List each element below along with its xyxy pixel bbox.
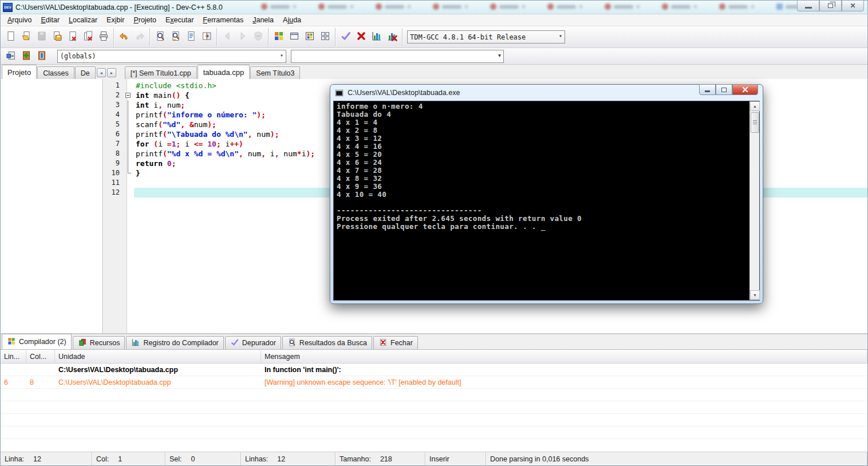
redo-button[interactable]	[132, 29, 147, 45]
fold-collapse-icon[interactable]	[125, 93, 131, 98]
bottom-tab[interactable]: Fechar	[373, 336, 418, 349]
forward-button[interactable]	[235, 29, 250, 45]
delete-profiling-button[interactable]	[384, 29, 400, 45]
bottom-tab-label: Resultados da Busca	[299, 339, 367, 347]
tabs-scroll-left-button[interactable]: ◂	[97, 68, 106, 77]
editor-tab[interactable]: tabuada.cpp	[198, 65, 250, 79]
console-close-button[interactable]	[732, 84, 758, 95]
table-row[interactable]: C:\Users\VAL\Desktop\tabuada.cppIn funct…	[1, 364, 867, 376]
class-browser-toolbar: (globals) ▾ ▾	[1, 48, 867, 65]
bottom-tab[interactable]: Depurador	[225, 336, 281, 349]
titlebar[interactable]: DEV C:\Users\VAL\Desktop\tabuada.cpp - […	[1, 1, 867, 14]
bottom-tab[interactable]: Resultados da Busca	[282, 336, 372, 349]
fold-margin[interactable]	[123, 90, 134, 100]
project-panel[interactable]	[1, 79, 103, 333]
goto-declaration-button[interactable]	[3, 49, 18, 64]
globals-select[interactable]: (globals) ▾	[57, 50, 286, 63]
console-minimize-button[interactable]	[699, 84, 716, 95]
column-header[interactable]: Unidade	[55, 350, 261, 363]
editor-tab[interactable]: Sem Título3	[250, 66, 300, 79]
blurred-close	[637, 5, 640, 8]
maximize-icon	[721, 88, 727, 92]
new-file-button[interactable]	[3, 29, 18, 45]
save-button[interactable]	[34, 29, 49, 45]
column-header[interactable]: Mensagem	[261, 350, 867, 363]
abort-syntax-check-button[interactable]	[250, 29, 266, 45]
column-header[interactable]: Col...	[26, 350, 55, 363]
redo-icon	[134, 30, 145, 44]
bottom-tab-label: Depurador	[242, 339, 276, 347]
compiler-select[interactable]: TDM-GCC 4.8.1 64-bit Release ▾	[407, 30, 565, 44]
chevron-down-icon: ▾	[280, 52, 283, 58]
blurred-dot	[547, 3, 554, 10]
restore-button[interactable]	[819, 1, 842, 11]
column-header[interactable]: Lin...	[1, 350, 26, 363]
scroll-down-button[interactable]: ▼	[750, 290, 760, 300]
scrollbar-thumb[interactable]	[751, 112, 759, 133]
compiler-select-value: TDM-GCC 4.8.1 64-bit Release	[410, 33, 526, 41]
close-file-button[interactable]	[65, 29, 80, 45]
main-toolbar: TDM-GCC 4.8.1 64-bit Release ▾	[1, 26, 867, 48]
save-as-button[interactable]	[49, 29, 65, 45]
blurred-close	[350, 5, 353, 8]
menu-arquivo[interactable]: Arquivo	[3, 15, 36, 25]
panel-tab-projeto[interactable]: Projeto	[2, 65, 37, 79]
status-label: Linhas:	[245, 455, 268, 463]
fold-margin	[123, 81, 134, 90]
line-number: 10	[106, 168, 123, 178]
bottom-tab[interactable]: Compilador (2)	[2, 334, 72, 349]
status-label: Linha:	[5, 455, 24, 463]
stop-execution-button[interactable]	[353, 29, 369, 45]
swap-header-source-button[interactable]	[199, 29, 214, 45]
minimize-button[interactable]	[797, 1, 819, 11]
menu-janela[interactable]: Janela	[248, 15, 278, 25]
find-button[interactable]	[152, 29, 168, 45]
rebuild-all-button[interactable]	[317, 29, 333, 45]
debug-button[interactable]	[338, 29, 353, 45]
blurred-text	[671, 5, 691, 9]
console-titlebar[interactable]: C:\Users\VAL\Desktop\tabuada.exe	[330, 85, 763, 101]
panel-tab-de[interactable]: De	[75, 66, 96, 79]
console-window[interactable]: C:\Users\VAL\Desktop\tabuada.exe informe…	[330, 84, 763, 304]
goto-function-button[interactable]	[183, 29, 199, 45]
bottom-tab[interactable]: Registro do Compilador	[126, 336, 223, 349]
editor-tab[interactable]: [*] Sem Título1.cpp	[125, 66, 197, 79]
status-bar: Linha:12Col:1Sel:0Linhas:12Tamanho:218In…	[1, 452, 867, 465]
menu-editar[interactable]: Editar	[36, 15, 64, 25]
menu-executar[interactable]: Executar	[161, 15, 198, 25]
run-button[interactable]	[286, 29, 302, 45]
table-row[interactable]: 68C:\Users\VAL\Desktop\tabuada.cpp[Warni…	[1, 376, 867, 389]
menu-localizar[interactable]: Localizar	[64, 15, 102, 25]
back-button[interactable]	[219, 29, 235, 45]
close-button[interactable]: ✕	[842, 1, 864, 11]
blurred-close	[522, 5, 525, 8]
menu-ajuda[interactable]: Ajuda	[278, 15, 306, 25]
replace-button[interactable]	[168, 29, 183, 45]
tabs-scroll-right-button[interactable]: ▸	[107, 68, 116, 77]
undo-button[interactable]	[116, 29, 132, 45]
members-select[interactable]: ▾	[291, 50, 504, 63]
open-file-button[interactable]	[18, 29, 34, 45]
globals-select-value: (globals)	[60, 52, 96, 60]
scroll-up-button[interactable]: ▲	[750, 101, 760, 111]
bottom-panel: Compilador (2)RecursosRegistro do Compil…	[1, 333, 867, 452]
fold-line	[128, 120, 128, 129]
panel-tab-classes[interactable]: Classes	[37, 66, 74, 79]
console-maximize-button[interactable]	[716, 84, 732, 95]
profile-button[interactable]	[369, 29, 384, 45]
close-all-button[interactable]	[80, 29, 96, 45]
add-bookmark-icon	[21, 50, 32, 63]
add-bookmark-button[interactable]	[18, 49, 34, 64]
print-button[interactable]	[96, 29, 111, 45]
toolbar-group	[217, 28, 269, 46]
line-number: 1	[106, 81, 123, 90]
menu-ferramentas[interactable]: Ferramentas	[198, 15, 248, 25]
compile-button[interactable]	[271, 29, 286, 45]
compile-run-button[interactable]	[302, 29, 317, 45]
menu-projeto[interactable]: Projeto	[129, 15, 161, 25]
menu-exibir[interactable]: Exibir	[102, 15, 129, 25]
bottom-tab[interactable]: Recursos	[73, 336, 125, 349]
console-scrollbar[interactable]: ▲ ▼	[749, 101, 759, 300]
toggle-bookmark-button[interactable]	[34, 49, 49, 64]
save-as-icon	[52, 30, 63, 44]
